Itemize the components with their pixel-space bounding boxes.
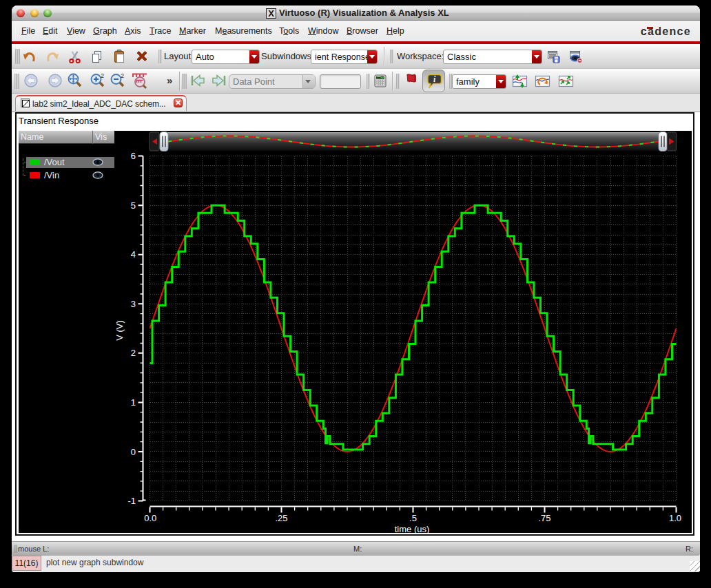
- svg-text:2: 2: [131, 348, 136, 358]
- svg-text:0.0: 0.0: [144, 513, 156, 523]
- svg-text:4: 4: [131, 249, 136, 260]
- svg-text:V (V): V (V): [114, 320, 125, 341]
- svg-text:2: 2: [101, 72, 104, 79]
- svg-text:2: 2: [121, 72, 124, 79]
- svg-text:.75: .75: [538, 513, 550, 523]
- svg-text:-1: -1: [127, 496, 136, 506]
- svg-text:5: 5: [131, 200, 136, 211]
- svg-text:0: 0: [131, 447, 136, 457]
- svg-text:3: 3: [131, 299, 136, 309]
- svg-text:.5: .5: [409, 513, 417, 523]
- svg-text:.25: .25: [275, 513, 287, 523]
- svg-text:6: 6: [131, 151, 136, 161]
- svg-text:1: 1: [131, 397, 136, 408]
- svg-text:time (us): time (us): [395, 524, 430, 534]
- svg-text:1.0: 1.0: [669, 513, 681, 523]
